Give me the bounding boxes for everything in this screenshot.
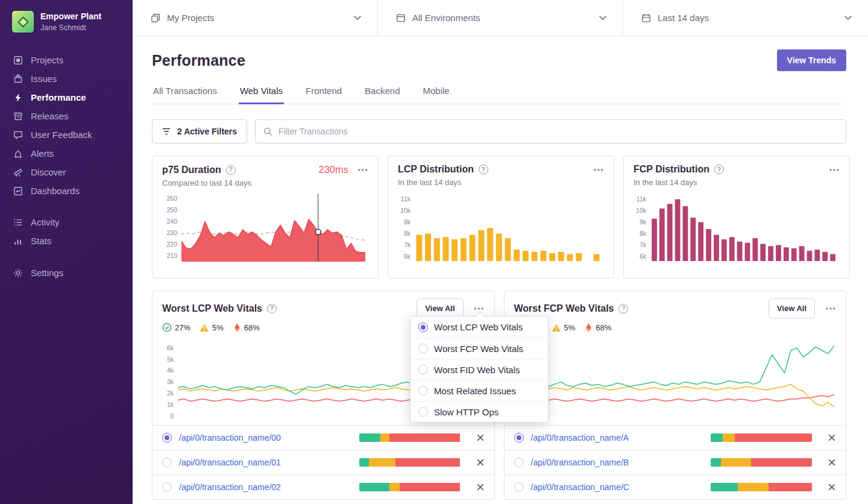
environment-filter-dropdown[interactable]: All Environments [377,0,623,36]
help-icon[interactable]: ? [479,165,488,174]
menu-item-slow-http-ops[interactable]: Slow HTTP Ops [410,401,548,422]
help-icon[interactable]: ? [618,304,628,313]
tab-frontend[interactable]: Frontend [304,80,343,104]
menu-radio[interactable] [418,386,428,395]
menu-item-worst-fid[interactable]: Worst FID Web Vitals [410,359,548,380]
topbar: My Projects All Environments Last 14 day… [133,0,868,36]
sidebar-item-issues[interactable]: Issues [0,69,133,88]
sidebar-item-projects[interactable]: Projects [0,51,133,69]
sidebar-item-performance[interactable]: Performance [0,88,133,107]
meh-warning-icon [200,323,209,332]
table-row: /api/0/transaction_name/02 [153,474,494,499]
sidebar-item-user-feedback[interactable]: User Feedback [0,125,133,144]
search-box [255,119,846,143]
poor-percent: 68% [244,323,260,332]
svg-text:220: 220 [166,241,177,248]
menu-item-worst-lcp[interactable]: Worst LCP Web Vitals [410,317,548,338]
card-subtitle: In the last 14 days [634,178,840,187]
tab-all-transactions[interactable]: All Transactions [152,80,218,104]
card-title: FCP Distribution [634,164,709,175]
close-icon[interactable] [828,483,836,491]
worst-fcp-vitals-chart[interactable]: 01k2k3k4k5k6k [514,337,837,421]
dashboards-icon [13,186,24,196]
menu-item-label: Worst LCP Web Vitals [434,322,523,332]
lcp-distribution-chart[interactable]: 6k7k8k9k10k11k [398,191,604,266]
svg-text:10k: 10k [400,207,411,214]
row-radio[interactable] [162,433,172,443]
transaction-link[interactable]: /api/0/transaction_name/01 [179,458,281,467]
sidebar-item-label: Settings [31,268,63,278]
project-filter-dropdown[interactable]: My Projects [133,0,377,36]
sidebar-item-label: Activity [31,217,60,227]
vitals-distribution-bar [359,483,461,491]
card-title: LCP Distribution [398,164,474,175]
chevron-down-icon [599,15,607,20]
row-radio[interactable] [514,433,524,443]
menu-radio[interactable] [418,344,428,353]
close-icon[interactable] [476,458,485,467]
help-icon[interactable]: ? [226,165,236,175]
menu-radio[interactable] [418,323,428,332]
transaction-link[interactable]: /api/0/transaction_name/00 [179,433,281,443]
fcp-distribution-chart[interactable]: 6k7k8k9k10k11k [634,191,840,266]
transaction-link[interactable]: /api/0/transaction_name/C [531,482,629,492]
help-icon[interactable]: ? [267,304,277,313]
activity-icon [13,218,24,227]
transaction-link[interactable]: /api/0/transaction_name/B [531,458,629,467]
sidebar-item-stats[interactable]: Stats [0,232,133,250]
close-icon[interactable] [476,433,485,442]
worst-fcp-vitals-card: Worst FCP Web Vitals ? View All ⋯ 27% 5%… [504,291,847,500]
svg-text:8k: 8k [404,230,411,237]
tab-web-vitals[interactable]: Web Vitals [239,80,284,104]
card-subtitle: In the last 14 days [398,178,604,187]
sidebar-item-dashboards[interactable]: Dashboards [0,181,133,200]
overflow-menu-button[interactable]: ⋯ [829,165,840,175]
svg-text:0: 0 [170,412,174,420]
date-range-dropdown[interactable]: Last 14 days [623,0,868,36]
svg-text:10k: 10k [636,207,647,214]
org-logo [12,11,34,33]
close-icon[interactable] [828,433,836,442]
sidebar-item-label: Performance [31,92,86,102]
table-row: /api/0/transaction_name/A [505,425,846,450]
sidebar-item-alerts[interactable]: Alerts [0,144,133,163]
row-radio[interactable] [162,482,172,492]
org-switcher[interactable]: Empower Plant Jane Schmidt [0,8,133,35]
sidebar-item-releases[interactable]: Releases [0,107,133,125]
close-icon[interactable] [476,483,485,491]
table-row: /api/0/transaction_name/01 [153,450,494,474]
menu-item-worst-fcp[interactable]: Worst FCP Web Vitals [410,338,548,359]
svg-text:3k: 3k [167,378,174,385]
good-percent: 27% [175,323,190,332]
help-icon[interactable]: ? [714,165,724,174]
overflow-menu-button[interactable]: ⋯ [357,165,368,175]
performance-icon [13,93,24,102]
search-input[interactable] [278,127,838,136]
overflow-menu-button[interactable]: ⋯ [593,165,604,175]
tab-mobile[interactable]: Mobile [421,80,450,104]
close-icon[interactable] [828,458,836,467]
overflow-menu-button[interactable]: ⋯ [825,303,836,313]
active-filters-button[interactable]: 2 Active Filters [152,119,247,143]
menu-radio[interactable] [418,407,428,417]
p75-duration-chart[interactable]: 210220230240250260 [162,191,368,267]
sidebar-item-activity[interactable]: Activity [0,213,133,232]
view-trends-button[interactable]: View Trends [777,49,846,71]
table-row: /api/0/transaction_name/00 [153,425,494,450]
row-radio[interactable] [514,482,524,492]
sidebar-item-label: Releases [31,111,69,121]
poor-fire-icon [584,323,593,332]
row-radio[interactable] [162,458,172,467]
transaction-link[interactable]: /api/0/transaction_name/02 [179,482,281,492]
view-all-button[interactable]: View All [769,298,815,318]
transaction-link[interactable]: /api/0/transaction_name/A [531,433,629,443]
sidebar-item-settings[interactable]: Settings [0,263,133,282]
sidebar-item-discover[interactable]: Discover [0,163,133,181]
menu-radio[interactable] [418,365,428,374]
row-radio[interactable] [514,458,524,467]
tab-backend[interactable]: Backend [363,80,401,104]
menu-item-most-related-issues[interactable]: Most Related Issues [410,380,548,401]
svg-text:210: 210 [166,252,177,259]
fcp-distribution-card: FCP Distribution ? ⋯ In the last 14 days… [623,156,850,279]
releases-icon [13,112,24,121]
